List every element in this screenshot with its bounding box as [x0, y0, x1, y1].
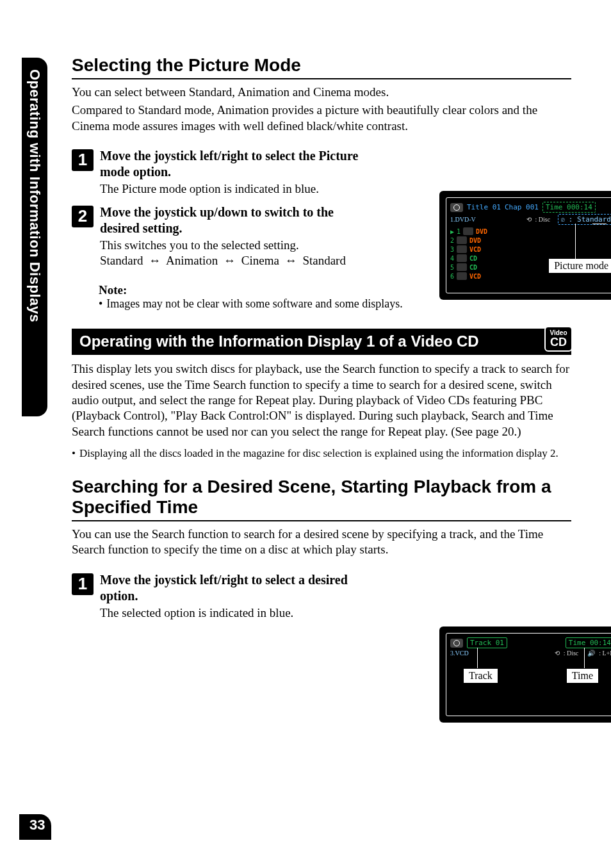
step-1-number: 1	[72, 149, 94, 171]
intro-line-2: Compared to Standard mode, Animation pro…	[72, 102, 571, 134]
step-2-text: This switches you to the selected settin…	[100, 238, 366, 253]
video-cd-badge: Video CD	[544, 326, 573, 352]
arrow-icon: ↔	[221, 254, 238, 268]
step-b1-text: The selected option is indicated in blue…	[100, 605, 366, 621]
disc-mini-icon	[457, 254, 467, 262]
disc-mini-icon	[463, 227, 473, 235]
disc-mini-icon	[457, 245, 467, 253]
step-b1-title: Move the joystick left/right to select a…	[100, 572, 366, 604]
fig2-track: Track 01	[467, 637, 507, 648]
heading-search: Searching for a Desired Scene, Starting …	[72, 477, 571, 521]
fig1-disc: 1.DVD-V	[450, 216, 476, 223]
badge-line-2: CD	[550, 336, 567, 348]
step-1-text: The Picture mode option is indicated in …	[100, 181, 366, 197]
fig2-time: Time 00:14	[566, 637, 611, 648]
search-paragraph: You can use the Search function to searc…	[72, 527, 571, 558]
side-tab: Operating with Information Displays	[22, 58, 47, 416]
callout-line	[477, 648, 478, 669]
repeat-icon: ⟲	[526, 216, 532, 223]
disc-mini-icon	[457, 272, 467, 280]
intro-line-1: You can select between Standard, Animati…	[72, 85, 571, 100]
cycle-cinema: Cinema	[241, 254, 279, 267]
cycle-standard-1: Standard	[100, 254, 143, 267]
fig2-callout-time: Time	[566, 668, 599, 684]
audio-icon: 🔊	[587, 650, 595, 657]
arrow-icon: ↔	[146, 254, 163, 268]
play-icon: ▶	[450, 228, 454, 235]
step-1: 1 Move the joystick left/right to select…	[72, 148, 366, 197]
step-b1: 1 Move the joystick left/right to select…	[72, 572, 366, 621]
fig1-title: Title 01	[467, 203, 501, 211]
vcd-sub-bullet: Displaying all the discs loaded in the m…	[72, 447, 571, 460]
callout-line	[575, 224, 576, 259]
step-2: 2 Move the joystick up/down to switch to…	[72, 204, 366, 268]
step-b1-number: 1	[72, 573, 94, 595]
fig2-audio: : L+R	[599, 650, 611, 657]
callout-line	[592, 224, 607, 224]
figure-vcd-screen: Track 01 Time 00:14 3.VCD ⟲ : Disc 🔊 : L…	[439, 626, 611, 742]
cycle-standard-2: Standard	[302, 254, 346, 267]
fig2-repeat: : Disc	[564, 650, 579, 657]
repeat-icon: ⟲	[555, 650, 560, 657]
step-2-title: Move the joystick up/down to switch to t…	[100, 204, 366, 236]
fig1-repeat: : Disc	[535, 216, 551, 223]
disc-mini-icon	[457, 236, 467, 244]
disc-icon	[450, 203, 463, 212]
step-2-cycle: Standard ↔ Animation ↔ Cinema ↔ Standard	[100, 254, 366, 268]
step-2-number: 2	[72, 206, 94, 227]
callout-line	[584, 648, 585, 669]
section-bar-vcd: Operating with the Information Display 1…	[72, 329, 571, 355]
fig1-time: Time 000:14	[542, 202, 596, 213]
disc-mini-icon	[457, 263, 467, 271]
fig1-chap: Chap 001	[505, 203, 539, 211]
fig2-disc: 3.VCD	[450, 650, 469, 657]
vcd-paragraph: This display lets you switch discs for p…	[72, 361, 571, 439]
fig1-callout: Picture mode	[548, 258, 611, 274]
disc-icon	[450, 639, 463, 648]
step-1-title: Move the joystick left/right to select t…	[100, 148, 366, 180]
heading-picture-mode: Selecting the Picture Mode	[72, 55, 571, 79]
fig2-callout-track: Track	[463, 668, 498, 684]
figure-picture-mode-screen: Title 01 Chap 001 Time 000:14 1.DVD-V ⟲ …	[439, 191, 611, 313]
section-bar-label: Operating with the Information Display 1…	[79, 332, 479, 350]
arrow-icon: ↔	[282, 254, 300, 268]
cycle-animation: Animation	[166, 254, 218, 267]
page-number: 33	[19, 814, 51, 840]
